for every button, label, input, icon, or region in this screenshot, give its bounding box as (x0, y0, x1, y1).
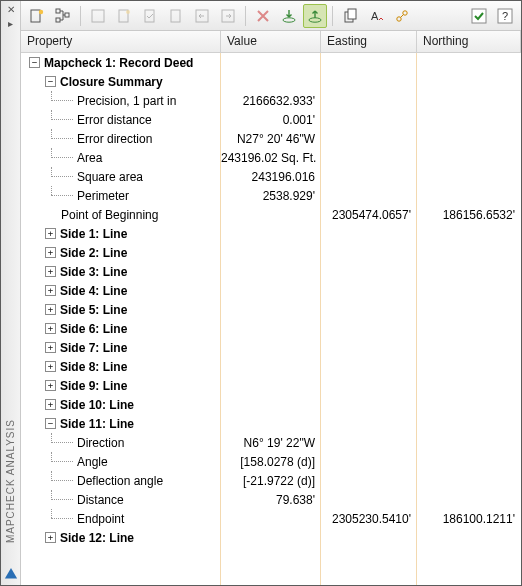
svg-rect-15 (348, 9, 356, 19)
mapcheck-panel: ✕ ▸ MAPCHECK ANALYSIS A (0, 0, 522, 586)
svg-rect-8 (145, 10, 154, 22)
insert-left-button[interactable] (190, 4, 214, 28)
svg-rect-19 (472, 9, 486, 23)
expand-icon[interactable]: + (45, 266, 56, 277)
svg-rect-4 (65, 13, 69, 17)
side8-row[interactable]: +Side 8: Line (21, 357, 521, 376)
collapse-icon[interactable]: − (45, 76, 56, 87)
apply-button[interactable] (467, 4, 491, 28)
import-button[interactable] (277, 4, 301, 28)
svg-point-12 (283, 17, 295, 21)
side12-row[interactable]: +Side 12: Line (21, 528, 521, 547)
svg-rect-0 (31, 10, 40, 22)
pin-icon[interactable]: ▸ (6, 19, 16, 29)
collapse-icon[interactable]: − (29, 57, 40, 68)
svg-point-13 (309, 17, 321, 21)
side11-endpoint-row[interactable]: Endpoint2305230.5410'186100.1211' (21, 509, 521, 528)
expand-icon[interactable]: + (45, 342, 56, 353)
expand-icon[interactable]: + (45, 361, 56, 372)
sheet-check-button[interactable] (138, 4, 162, 28)
expand-icon[interactable]: + (45, 228, 56, 239)
svg-text:?: ? (502, 10, 508, 22)
svg-point-7 (126, 10, 130, 14)
insert-right-button[interactable] (216, 4, 240, 28)
svg-text:A: A (371, 10, 379, 22)
help-button[interactable]: ? (493, 4, 517, 28)
root-row[interactable]: −Mapcheck 1: Record Deed (21, 53, 521, 72)
expand-icon[interactable]: + (45, 285, 56, 296)
perimeter-row[interactable]: Perimeter2538.929' (21, 186, 521, 205)
close-icon[interactable]: ✕ (6, 5, 16, 15)
panel-left-rail: ✕ ▸ MAPCHECK ANALYSIS (1, 1, 21, 585)
export-button[interactable] (303, 4, 327, 28)
panel-title: MAPCHECK ANALYSIS (5, 415, 16, 543)
side11-direction-row[interactable]: DirectionN6° 19' 22"W (21, 433, 521, 452)
header-easting[interactable]: Easting (321, 31, 417, 52)
copy-button[interactable] (338, 4, 362, 28)
side5-row[interactable]: +Side 5: Line (21, 300, 521, 319)
side11-deflection-row[interactable]: Deflection angle[-21.9722 (d)] (21, 471, 521, 490)
side1-row[interactable]: +Side 1: Line (21, 224, 521, 243)
side11-row[interactable]: −Side 11: Line (21, 414, 521, 433)
svg-rect-2 (56, 9, 60, 13)
expand-icon[interactable]: + (45, 399, 56, 410)
expand-icon[interactable]: + (45, 532, 56, 543)
panel-main: A ? Property Value Easting Northing −Map… (21, 1, 521, 585)
svg-point-1 (39, 9, 43, 13)
tree-view-button[interactable] (51, 4, 75, 28)
app-logo-icon (4, 567, 18, 581)
expand-icon[interactable]: + (45, 380, 56, 391)
closure-row[interactable]: −Closure Summary (21, 72, 521, 91)
errdist-row[interactable]: Error distance0.001' (21, 110, 521, 129)
property-grid[interactable]: −Mapcheck 1: Record Deed −Closure Summar… (21, 53, 521, 585)
side7-row[interactable]: +Side 7: Line (21, 338, 521, 357)
expand-icon[interactable]: + (45, 304, 56, 315)
side3-row[interactable]: +Side 3: Line (21, 262, 521, 281)
side10-row[interactable]: +Side 10: Line (21, 395, 521, 414)
column-header: Property Value Easting Northing (21, 31, 521, 53)
expand-icon[interactable]: + (45, 323, 56, 334)
side4-row[interactable]: +Side 4: Line (21, 281, 521, 300)
toolbar: A ? (21, 1, 521, 31)
select-button[interactable] (86, 4, 110, 28)
collapse-icon[interactable]: − (45, 418, 56, 429)
root-label: Mapcheck 1: Record Deed (44, 56, 193, 70)
svg-rect-5 (92, 10, 104, 22)
closure-label: Closure Summary (60, 75, 163, 89)
header-northing[interactable]: Northing (417, 31, 521, 52)
side6-row[interactable]: +Side 6: Line (21, 319, 521, 338)
side11-angle-row[interactable]: Angle[158.0278 (d)] (21, 452, 521, 471)
svg-rect-3 (56, 18, 60, 22)
header-property[interactable]: Property (21, 31, 221, 52)
sheet-button[interactable] (164, 4, 188, 28)
pob-row[interactable]: Point of Beginning2305474.0657'186156.65… (21, 205, 521, 224)
sqarea-row[interactable]: Square area243196.016 (21, 167, 521, 186)
errdir-row[interactable]: Error directionN27° 20' 46"W (21, 129, 521, 148)
side11-distance-row[interactable]: Distance79.638' (21, 490, 521, 509)
text-style-button[interactable]: A (364, 4, 388, 28)
link-button[interactable] (390, 4, 414, 28)
new-mapcheck-button[interactable] (25, 4, 49, 28)
side2-row[interactable]: +Side 2: Line (21, 243, 521, 262)
delete-button[interactable] (251, 4, 275, 28)
expand-icon[interactable]: + (45, 247, 56, 258)
new-sheet-button[interactable] (112, 4, 136, 28)
precision-row[interactable]: Precision, 1 part in2166632.933' (21, 91, 521, 110)
side9-row[interactable]: +Side 9: Line (21, 376, 521, 395)
svg-rect-9 (171, 10, 180, 22)
header-value[interactable]: Value (221, 31, 321, 52)
area-row[interactable]: Area243196.02 Sq. Ft. (21, 148, 521, 167)
